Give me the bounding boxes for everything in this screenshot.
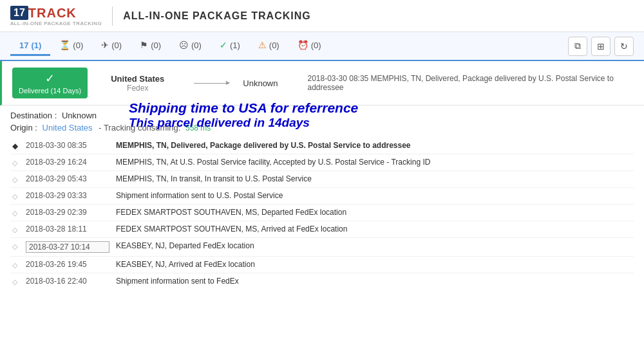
check-icon: ✓ (220, 40, 227, 50)
route-arrow-area: ▶ (194, 83, 226, 84)
status-label: Delivered (14 Days) (19, 87, 81, 95)
plane-icon: ✈ (101, 40, 109, 50)
event-time: 2018-03-27 10:14 (26, 241, 109, 253)
tab-hourglass[interactable]: ⏳ (0) (50, 36, 92, 56)
event-diamond-icon: ◇ (10, 261, 19, 270)
event-diamond-icon: ◇ (10, 208, 19, 217)
grid-button[interactable]: ⊞ (591, 37, 611, 56)
event-time: 2018-03-29 02:39 (26, 208, 109, 217)
event-time: 2018-03-29 03:33 (26, 191, 109, 200)
event-row: ◇2018-03-27 10:14KEASBEY, NJ, Departed F… (10, 238, 634, 257)
empty-diamond-icon: ◇ (12, 226, 17, 234)
carrier-label: Fedex (127, 84, 148, 93)
tab-plane[interactable]: ✈ (0) (92, 36, 131, 56)
copy-button[interactable]: ⧉ (568, 37, 587, 56)
sad-icon: ☹ (179, 40, 189, 50)
tabs-bar: 17 (1) ⏳ (0) ✈ (0) ⚑ (0) ☹ (0) ✓ (1) ⚠ (… (0, 32, 644, 61)
destination-area: Unknown (243, 78, 278, 88)
empty-diamond-icon: ◇ (12, 176, 17, 184)
event-diamond-icon: ◇ (10, 242, 19, 251)
destination-line: Destination : Unknown (10, 111, 634, 120)
tab-flag-count: (0) (151, 41, 161, 50)
origin-line: Origin : United States - Tracking consum… (10, 123, 634, 133)
refresh-button[interactable]: ↻ (614, 37, 634, 56)
event-description: MEMPHIS, TN, Delivered, Package delivere… (116, 141, 634, 150)
event-diamond-icon: ◇ (10, 277, 19, 286)
empty-diamond-icon: ◇ (12, 243, 17, 251)
hourglass-icon: ⏳ (59, 40, 70, 50)
event-description: Shipment information sent to FedEx (116, 277, 634, 286)
last-event: 2018-03-30 08:35 MEMPHIS, TN, Delivered,… (301, 74, 634, 92)
event-description: Shipment information sent to U.S. Postal… (116, 191, 634, 200)
origin-value: United States (43, 123, 93, 133)
event-time: 2018-03-29 05:43 (26, 174, 109, 183)
event-row: ◆2018-03-30 08:35MEMPHIS, TN, Delivered,… (10, 138, 634, 154)
event-time: 2018-03-16 22:40 (26, 277, 109, 286)
event-description: FEDEX SMARTPOST SOUTHAVEN, MS, Arrived a… (116, 224, 634, 234)
event-diamond-icon: ◇ (10, 225, 19, 234)
events-section: ◆2018-03-30 08:35MEMPHIS, TN, Delivered,… (0, 135, 644, 289)
empty-diamond-icon: ◇ (12, 192, 17, 201)
event-time: 2018-03-29 16:24 (26, 158, 109, 167)
tab-actions: ⧉ ⊞ ↻ (568, 37, 634, 56)
details-section: Destination : Unknown Origin : United St… (0, 105, 644, 135)
tab-all-icon: 17 (19, 41, 28, 50)
event-diamond-icon: ◇ (10, 175, 19, 184)
logo-subtitle: ALL-IN-ONE PACKAGE TRACKING (10, 21, 102, 26)
logo: 17 TRACK ALL-IN-ONE PACKAGE TRACKING (10, 6, 102, 26)
tab-flag[interactable]: ⚑ (0) (131, 36, 170, 56)
tab-all-count: (1) (31, 41, 41, 50)
event-description: KEASBEY, NJ, Arrived at FedEx location (116, 260, 634, 269)
tab-warning[interactable]: ⚠ (0) (249, 36, 289, 56)
event-description: MEMPHIS, TN, At U.S. Postal Service faci… (116, 158, 634, 167)
event-diamond-icon: ◆ (10, 142, 19, 151)
header: 17 TRACK ALL-IN-ONE PACKAGE TRACKING ALL… (0, 0, 644, 32)
origin-key: Origin : (10, 123, 37, 133)
header-divider (112, 6, 113, 26)
tab-warning-count: (0) (269, 41, 279, 50)
destination-label: Unknown (243, 78, 278, 88)
route-line: ▶ (194, 83, 226, 84)
tab-check[interactable]: ✓ (1) (211, 36, 249, 56)
event-row: ◇2018-03-29 03:33Shipment information se… (10, 188, 634, 205)
empty-diamond-icon: ◇ (12, 209, 17, 217)
logo-number: 17 (10, 6, 28, 20)
event-time: 2018-03-28 18:11 (26, 224, 109, 234)
event-time: 2018-03-26 19:45 (26, 260, 109, 269)
event-diamond-icon: ◇ (10, 158, 19, 167)
empty-diamond-icon: ◇ (12, 261, 17, 270)
event-diamond-icon: ◇ (10, 192, 19, 201)
details-wrapper: Destination : Unknown Origin : United St… (0, 105, 644, 135)
event-time: 2018-03-30 08:35 (26, 141, 109, 150)
event-row: ◇2018-03-16 22:40Shipment information se… (10, 273, 634, 289)
empty-diamond-icon: ◇ (12, 278, 17, 286)
tracking-value: 558 ms (185, 124, 211, 133)
event-row: ◇2018-03-29 02:39FEDEX SMARTPOST SOUTHAV… (10, 205, 634, 221)
origin-country: United States (111, 74, 164, 84)
tab-check-count: (1) (230, 41, 240, 50)
event-row: ◇2018-03-29 05:43MEMPHIS, TN, In transit… (10, 171, 634, 188)
tab-clock[interactable]: ⏰ (0) (289, 36, 330, 56)
tab-sad-count: (0) (191, 41, 202, 50)
event-row: ◇2018-03-28 18:11FEDEX SMARTPOST SOUTHAV… (10, 221, 634, 238)
tab-clock-count: (0) (311, 41, 321, 50)
filled-diamond-icon: ◆ (12, 142, 18, 151)
page-title: ALL-IN-ONE PACKAGE TRACKING (123, 10, 311, 22)
destination-value: Unknown (62, 111, 97, 120)
tab-hourglass-count: (0) (73, 41, 83, 50)
tab-sad[interactable]: ☹ (0) (170, 36, 211, 56)
check-mark-icon: ✓ (45, 71, 55, 86)
status-badge: ✓ Delivered (14 Days) (12, 68, 88, 98)
event-row: ◇2018-03-29 16:24MEMPHIS, TN, At U.S. Po… (10, 154, 634, 171)
event-description: KEASBEY, NJ, Departed FedEx location (116, 241, 634, 250)
destination-key: Destination : (10, 111, 57, 120)
tab-all[interactable]: 17 (1) (10, 37, 50, 56)
empty-diamond-icon: ◇ (12, 159, 17, 167)
event-description: MEMPHIS, TN, In transit, In transit to U… (116, 174, 634, 183)
logo-track: TRACK (28, 6, 77, 21)
event-row: ◇2018-03-26 19:45KEASBEY, NJ, Arrived at… (10, 257, 634, 273)
tab-plane-count: (0) (111, 41, 122, 50)
package-card: ✓ Delivered (14 Days) United States Fede… (0, 61, 644, 105)
arrow-icon: ▶ (226, 80, 230, 86)
flag-icon: ⚑ (140, 40, 148, 50)
